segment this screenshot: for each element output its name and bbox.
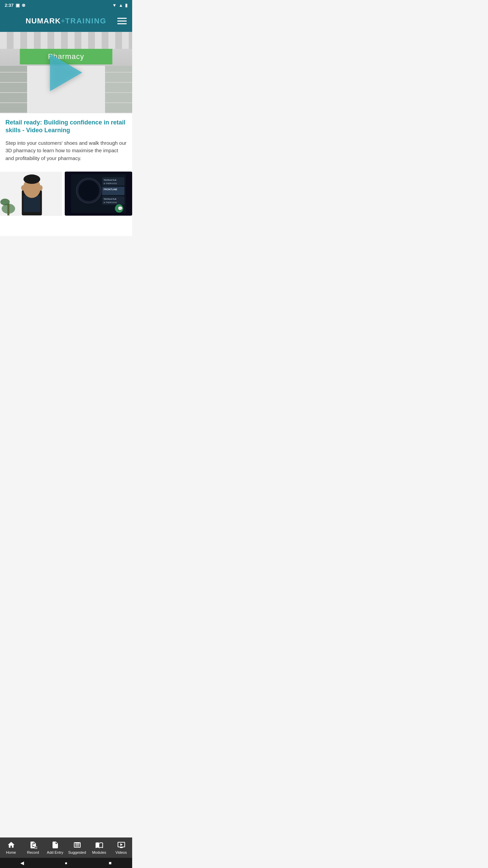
thumbnails-row: TACKLE FLE & THEIR EGG FRONTLINE TACKLE … — [0, 172, 132, 216]
content-area: Retail ready: Building confidence in ret… — [0, 113, 132, 172]
sim-icon: ▣ — [16, 3, 20, 8]
logo-numark: NUMARK — [26, 17, 61, 25]
svg-text:FRONTLINE: FRONTLINE — [104, 189, 117, 191]
donotdisturb-icon: ⊗ — [22, 3, 25, 8]
svg-text:TACKLE FLE: TACKLE FLE — [104, 179, 117, 181]
battery-icon: ▮ — [125, 3, 127, 8]
status-right: ▼ ▲ ▮ — [112, 3, 127, 8]
main-content: Pharmacy Retail ready: Building confiden… — [0, 32, 132, 236]
video-thumbnail[interactable]: Pharmacy — [0, 32, 132, 113]
logo-training: TRAINING — [65, 17, 106, 25]
wifi-icon: ▼ — [112, 3, 117, 8]
svg-rect-2 — [7, 204, 9, 216]
shelves-left — [0, 66, 27, 113]
app-header: NUMARK + TRAINING — [0, 10, 132, 32]
svg-text:💬: 💬 — [118, 206, 123, 212]
svg-text:& THEIR EGG: & THEIR EGG — [104, 201, 117, 203]
svg-point-7 — [23, 175, 40, 184]
svg-text:TACKLE FLE: TACKLE FLE — [104, 198, 117, 200]
svg-point-12 — [78, 180, 99, 201]
signal-icon: ▲ — [119, 3, 123, 8]
thumbnail-product[interactable]: TACKLE FLE & THEIR EGG FRONTLINE TACKLE … — [65, 172, 132, 216]
product-svg: TACKLE FLE & THEIR EGG FRONTLINE TACKLE … — [67, 174, 129, 213]
play-icon[interactable] — [50, 54, 82, 91]
store-awning — [0, 32, 132, 49]
status-left: 2:37 ▣ ⊗ — [5, 3, 25, 8]
logo: NUMARK + TRAINING — [26, 17, 107, 25]
menu-button[interactable] — [117, 18, 127, 24]
logo-plus: + — [61, 17, 65, 25]
article-title: Retail ready: Building confidence in ret… — [5, 119, 127, 135]
article-description: Step into your customers' shoes and walk… — [5, 139, 127, 162]
person-image — [0, 172, 62, 216]
status-bar: 2:37 ▣ ⊗ ▼ ▲ ▮ — [0, 0, 132, 10]
svg-point-3 — [0, 199, 10, 205]
shelves-right — [105, 66, 132, 113]
person-svg — [0, 172, 62, 216]
svg-text:& THEIR EGG: & THEIR EGG — [104, 182, 117, 184]
thumbnail-person[interactable] — [0, 172, 62, 216]
svg-point-8 — [21, 185, 25, 191]
svg-point-9 — [39, 185, 43, 191]
time-display: 2:37 — [5, 3, 14, 8]
